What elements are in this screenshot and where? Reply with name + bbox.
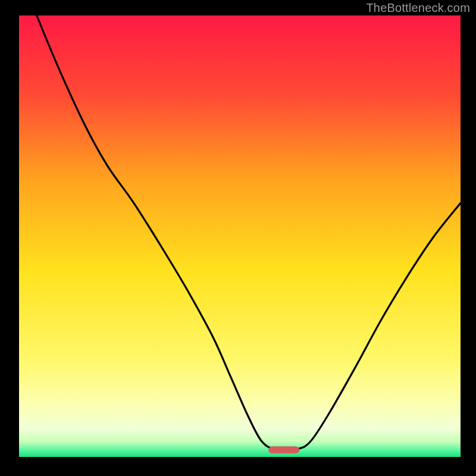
credit-watermark: TheBottleneck.com xyxy=(366,1,470,15)
chart-svg xyxy=(19,15,461,457)
gradient-background xyxy=(19,15,461,457)
optimal-marker xyxy=(268,446,299,453)
plot-area xyxy=(19,15,461,457)
chart-stage: TheBottleneck.com xyxy=(0,0,476,476)
